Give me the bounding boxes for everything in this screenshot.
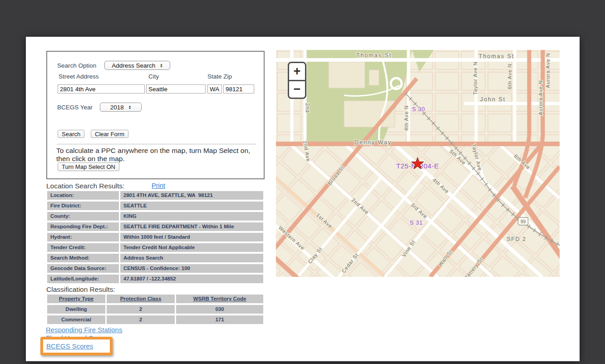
bcegs-year-value: 2018 — [110, 104, 124, 111]
classification-table: Property Type Protection Class WSRB Terr… — [47, 295, 263, 326]
row-value: 2801 4TH AVE, SEATTLE, WA 98121 — [120, 191, 263, 200]
row-label: Tender Credit: — [47, 243, 119, 252]
location-results-title: Location Search Results: — [46, 182, 124, 190]
table-row: County:KING — [47, 212, 263, 221]
select-arrows-icon: ▲▼ — [128, 105, 131, 110]
location-results-table: Location:2801 4TH AVE, SEATTLE, WA 98121… — [47, 191, 263, 285]
street-label: Taylor Ave N — [472, 61, 478, 95]
table-row: Responding Fire Dept.:SEATTLE FIRE DEPAR… — [47, 222, 263, 231]
table-row: Hydrant:Within 1000 feet / Standard — [47, 233, 263, 241]
zip-input[interactable] — [223, 84, 254, 93]
table-row: Tender Credit:Tender Credit Not Applicab… — [47, 243, 263, 252]
row-label: Responding Fire Dept.: — [47, 222, 119, 231]
row-label: County: — [47, 212, 119, 221]
bcegs-year-label: BCEGS Year — [57, 104, 93, 111]
shield-number: 99 — [521, 219, 526, 224]
table-row: Geocode Data Source:CENSUS - Confidence:… — [47, 264, 263, 273]
classification-title: Classification Results: — [46, 285, 115, 294]
cell-property: Commercial — [47, 315, 105, 324]
section-label: S 31 — [410, 219, 423, 226]
cell-territory: 030 — [176, 305, 263, 314]
form-divider — [57, 144, 256, 144]
city-input[interactable] — [146, 84, 206, 93]
fire-station-label: SFD 2 — [507, 236, 526, 242]
street-label: 6th Ave N — [507, 64, 512, 89]
cell-territory: 171 — [176, 315, 263, 324]
print-link[interactable]: Print — [152, 182, 165, 189]
street-address-label: Street Address — [59, 73, 99, 80]
row-label: Search Method: — [47, 254, 119, 262]
header-protection-class[interactable]: Protection Class — [107, 295, 175, 303]
city-label: City — [148, 73, 159, 80]
cell-class: 2 — [107, 305, 175, 314]
street-label: Aurora Ave N — [538, 80, 543, 115]
row-value: SEATTLE FIRE DEPARTMENT - Within 1 Mile — [120, 222, 263, 231]
select-arrows-icon: ▲▼ — [160, 63, 162, 68]
map-zoom-control: + − — [288, 62, 306, 99]
bcegs-year-select[interactable]: 2018 ▲▼ — [100, 103, 142, 112]
row-label: Geocode Data Source: — [47, 264, 119, 273]
street-address-input[interactable] — [58, 84, 145, 93]
app-page: Search Option Address Search ▲▼ Street A… — [26, 37, 580, 361]
street-label: Aurora Ave N — [545, 53, 551, 88]
map-select-note: To calculate a PPC anywhere on the map, … — [56, 147, 258, 163]
cell-class: 2 — [107, 315, 175, 324]
table-row: Location:2801 4TH AVE, SEATTLE, WA 98121 — [47, 191, 263, 200]
search-button[interactable]: Search — [58, 130, 84, 138]
zoom-in-button[interactable]: + — [289, 63, 305, 80]
row-value: 47.61807 / -122.34852 — [120, 275, 263, 283]
state-input[interactable] — [207, 84, 222, 93]
screenshot-root: { "colors":{ "page-bg":"#3a3a3c","navy":… — [0, 0, 605, 364]
classification-header-row: Property Type Protection Class WSRB Terr… — [47, 295, 263, 303]
row-value: CENSUS - Confidence: 100 — [120, 264, 263, 273]
header-territory-code[interactable]: WSRB Territory Code — [176, 295, 263, 303]
street-label: Denny Way — [354, 139, 392, 146]
street-label: John St — [480, 96, 506, 103]
table-row: Search Method:Address Search — [47, 254, 263, 262]
street-label: 4th Ave N — [403, 105, 409, 131]
table-row: Latitude/Longitude:47.61807 / -122.34852 — [47, 275, 263, 283]
section-label: S 30 — [412, 106, 425, 113]
row-label: Location: — [47, 191, 119, 200]
row-label: Hydrant: — [47, 233, 119, 241]
search-option-label: Search Option — [57, 62, 96, 69]
row-value: KING — [120, 212, 263, 221]
zoom-out-button[interactable]: − — [289, 81, 305, 98]
search-form: Search Option Address Search ▲▼ Street A… — [46, 51, 265, 179]
table-row: Fire District:SEATTLE — [47, 202, 263, 210]
map[interactable]: Thomas St Thomas St John St Denny Way 2n… — [276, 50, 560, 277]
street-label: Thomas St — [479, 53, 514, 59]
row-value: Within 1000 feet / Standard — [120, 233, 263, 241]
row-value: Tender Credit Not Applicable — [120, 243, 263, 252]
highway-99-shield: 99 — [518, 217, 528, 225]
responding-fire-stations-link[interactable]: Responding Fire Stations — [46, 326, 122, 334]
turn-map-select-button[interactable]: Turn Map Select ON — [58, 162, 119, 171]
map-canvas: Thomas St Thomas St John St Denny Way 2n… — [276, 50, 560, 277]
row-label: Latitude/Longitude: — [47, 275, 119, 283]
table-row: Dwelling 2 030 — [47, 305, 263, 314]
search-option-value: Address Search — [112, 62, 155, 69]
cell-property: Dwelling — [47, 305, 105, 314]
row-value: Address Search — [120, 254, 263, 262]
table-row: Commercial 2 171 — [47, 315, 263, 324]
header-property-type[interactable]: Property Type — [47, 295, 105, 303]
search-option-select[interactable]: Address Search ▲▼ — [104, 61, 170, 70]
street-label: 2nd — [305, 103, 310, 113]
clear-form-button[interactable]: Clear Form — [91, 130, 128, 138]
street-label: Thomas St — [356, 52, 392, 59]
row-label: Fire District: — [47, 202, 119, 210]
state-zip-label: State Zip — [207, 73, 232, 80]
bcegs-scores-link[interactable]: BCEGS Scores — [46, 342, 93, 350]
row-value: SEATTLE — [120, 202, 263, 210]
